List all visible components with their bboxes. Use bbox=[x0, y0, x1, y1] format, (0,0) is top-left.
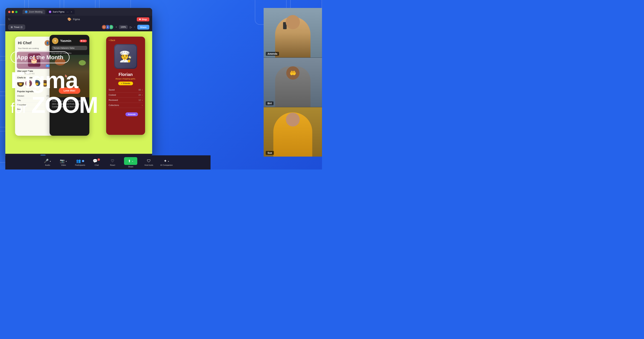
chat-button[interactable]: 💬1 Chat bbox=[89, 157, 104, 168]
host-tools-button[interactable]: 🛡 Host tools bbox=[141, 157, 157, 168]
profile-photo: 🧑‍🍳 bbox=[115, 45, 136, 68]
stat-collections: Collections › bbox=[109, 103, 142, 108]
phone2-header: Y Yasmin live bbox=[50, 35, 89, 46]
tab-figma[interactable]: F Sue's Figma ··· × bbox=[46, 10, 75, 14]
participant-figure-2: 🤲 bbox=[264, 58, 322, 107]
participant-name-sue: Sue bbox=[266, 151, 274, 155]
phone1-greeting: Hi Chef 👤 bbox=[15, 36, 53, 47]
figma-top-toolbar: ⊞ Trivet ⊡ S A F ▾ 100% ▷ • Share bbox=[5, 23, 152, 31]
ai-companion-button[interactable]: ✦ ▲ AI Companion bbox=[157, 157, 176, 168]
zoom-bottom-toolbar: 🎤 ▲ Audio 📷 ▲ Video 👥3 Participants 💬1 C… bbox=[5, 155, 210, 170]
share-icon: ⬆ ▲ bbox=[124, 157, 137, 165]
host-tools-label: Host tools bbox=[144, 164, 153, 166]
chevron-down-icon[interactable]: ▾ bbox=[116, 26, 117, 28]
title-block: Figma for ZOOM bbox=[10, 69, 98, 118]
phone2-username: Yasmin bbox=[60, 39, 80, 43]
person-head-1 bbox=[286, 15, 300, 29]
grid-icon: ⊞ bbox=[11, 26, 13, 28]
figma-logo-icon: 🎨 bbox=[68, 17, 71, 21]
share-button[interactable]: ⬆ ▲ Share bbox=[120, 156, 141, 169]
refresh-icon[interactable]: ↻ bbox=[8, 18, 10, 21]
share-button[interactable]: Share bbox=[137, 25, 149, 30]
phone-mockup-profile: < Back 🧑‍🍳 Florian Always chopping garli… bbox=[106, 36, 145, 135]
zoom-participants-sidebar: Amenda 🤲 Birt Sue bbox=[264, 8, 322, 156]
zoom-title: ZOOM bbox=[31, 92, 98, 118]
maximize-window-button[interactable] bbox=[15, 11, 18, 13]
phone2-recipe-tag: Tomato-Habanero Salsa bbox=[52, 46, 87, 50]
figma-tool-left: ⊞ Trivet ⊡ bbox=[8, 24, 25, 30]
react-label: React bbox=[110, 164, 115, 166]
browser-titlebar: 👥 Zoom Meeting F Sue's Figma ··· × bbox=[5, 8, 152, 16]
live-indicator-dot bbox=[81, 40, 82, 42]
stat-count: 24 bbox=[138, 94, 141, 96]
stat-label: Collections bbox=[109, 104, 119, 106]
address-bar: 🎨 Figma bbox=[12, 17, 135, 21]
video-bg-3 bbox=[264, 107, 322, 156]
arrow-icon: › bbox=[142, 94, 142, 96]
for-text: for bbox=[10, 100, 27, 116]
stat-saved: Saved 88 › bbox=[109, 88, 142, 92]
stat-label: Cooked bbox=[109, 94, 116, 96]
badge-text: App of the Month bbox=[17, 54, 63, 60]
collaborators-avatars: S A F bbox=[102, 24, 114, 30]
participant-video-birt: 🤲 Birt bbox=[264, 58, 322, 107]
phone3-friends-badge: ✓ Friends bbox=[106, 82, 145, 85]
minimize-window-button[interactable] bbox=[12, 11, 14, 13]
ai-companion-label: AI Companion bbox=[160, 164, 173, 166]
live-badge: live bbox=[80, 40, 87, 42]
close-window-button[interactable] bbox=[8, 11, 10, 13]
app-of-month-badge: App of the Month bbox=[10, 52, 70, 63]
stat-label: Saved bbox=[109, 89, 115, 91]
chat-icon: 💬1 bbox=[93, 159, 101, 163]
audio-icon: 🎤 ▲ bbox=[44, 159, 51, 163]
participant-figure-1 bbox=[264, 8, 322, 58]
figma-tab-icon: F bbox=[49, 10, 51, 13]
stat-count: 88 bbox=[138, 89, 141, 91]
for-zoom-line: for ZOOM bbox=[10, 92, 98, 118]
video-button[interactable]: 📷 ▲ Video bbox=[56, 157, 72, 168]
arrow-icon: › bbox=[142, 99, 142, 102]
figma-title: Figma bbox=[10, 69, 98, 92]
audio-label: Audio bbox=[45, 164, 50, 166]
play-icon[interactable]: ▷ bbox=[130, 26, 132, 29]
participants-label: Participants bbox=[75, 164, 85, 166]
participant-video-sue: Sue bbox=[264, 107, 322, 156]
tab-zoom-label: Zoom Meeting bbox=[29, 10, 42, 13]
figma-tool-btn[interactable]: ⊞ Trivet ⊡ bbox=[8, 24, 25, 30]
participant-name-birt: Birt bbox=[266, 102, 274, 105]
gesturing-hands: 🤲 bbox=[290, 70, 296, 76]
video-bg-2: 🤲 bbox=[264, 58, 322, 107]
participants-button[interactable]: 👥3 Participants bbox=[72, 157, 89, 168]
person-head-3 bbox=[286, 113, 300, 126]
tab-close-icon[interactable]: × bbox=[71, 10, 72, 13]
participant-video-amenda: Amenda bbox=[264, 8, 322, 58]
stop-icon bbox=[139, 18, 141, 20]
chevron-up-icon: ▲ bbox=[49, 160, 51, 162]
stat-label: Reviewed bbox=[109, 99, 118, 102]
stat-reviewed: Reviewed 12 › bbox=[109, 98, 142, 103]
react-button[interactable]: ♡ React bbox=[104, 157, 120, 168]
chat-label: Chat bbox=[95, 164, 99, 166]
video-bg-1 bbox=[264, 8, 322, 58]
react-icon: ♡ bbox=[111, 159, 114, 163]
live-label: live bbox=[83, 40, 86, 42]
zoom-tab-icon: 👥 bbox=[25, 10, 28, 13]
chevron-up-icon: ▲ bbox=[65, 160, 67, 162]
audio-button[interactable]: 🎤 ▲ Audio bbox=[40, 157, 56, 168]
phone3-tagline: Always chopping garlic. bbox=[106, 78, 145, 82]
video-icon: 📷 ▲ bbox=[60, 159, 67, 163]
stat-count: 12 bbox=[138, 99, 141, 102]
browser-toolbar: ↻ 🎨 Figma Stop bbox=[5, 16, 152, 23]
stop-button[interactable]: Stop bbox=[137, 17, 149, 22]
participant-name-amenda: Amenda bbox=[266, 52, 279, 56]
phone2-user-avatar: Y bbox=[52, 38, 58, 44]
traffic-lights bbox=[8, 11, 18, 13]
arrow-icon: › bbox=[142, 104, 142, 106]
video-label: Video bbox=[61, 164, 66, 166]
amenda-tag: Amenda bbox=[126, 112, 138, 116]
tab-zoom-meeting[interactable]: 👥 Zoom Meeting bbox=[22, 10, 45, 14]
ai-companion-icon: ✦ ▲ bbox=[164, 159, 169, 163]
phone3-back-button[interactable]: < Back bbox=[106, 36, 145, 43]
tab-figma-label: Sue's Figma bbox=[53, 10, 64, 13]
zoom-level[interactable]: 100% bbox=[119, 25, 128, 29]
